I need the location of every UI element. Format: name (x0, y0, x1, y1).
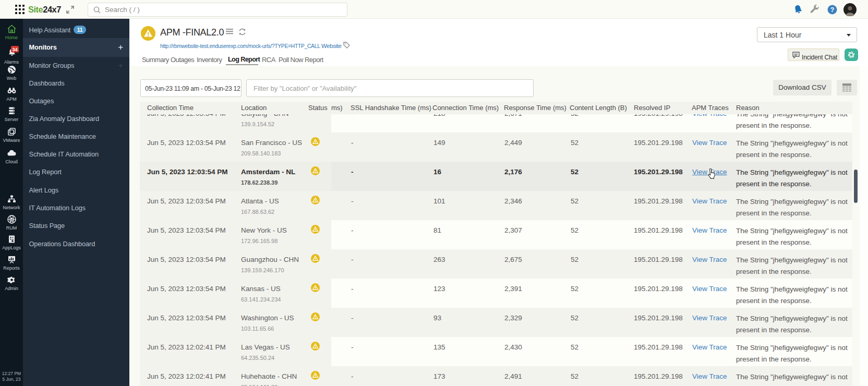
svg-text:?: ? (830, 6, 835, 14)
svg-text:34: 34 (12, 47, 17, 52)
